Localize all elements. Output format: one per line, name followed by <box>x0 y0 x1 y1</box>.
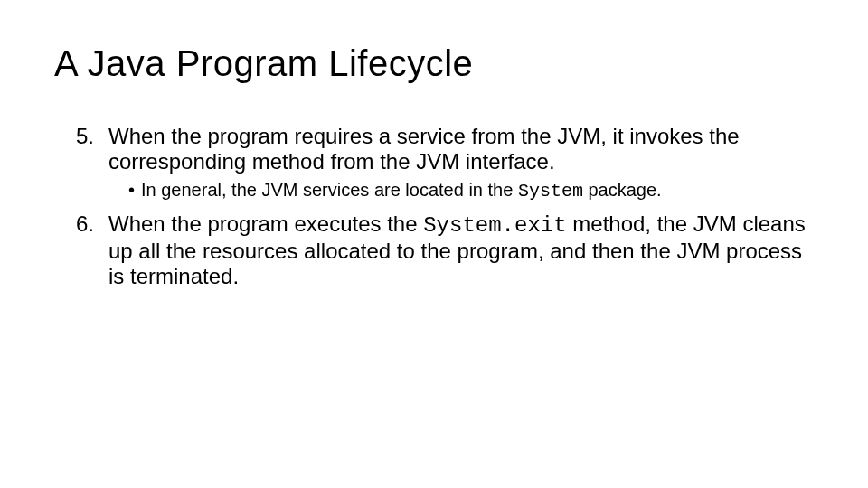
sub-list: In general, the JVM services are located… <box>108 179 814 202</box>
slide: A Java Program Lifecycle 5. When the pro… <box>0 0 868 488</box>
slide-title: A Java Program Lifecycle <box>54 43 814 84</box>
code-text: System.exit <box>423 213 566 238</box>
code-text: System <box>518 181 583 202</box>
list-text: When the program requires a service from… <box>108 124 740 174</box>
sub-text-suffix: package. <box>583 180 662 200</box>
list-number: 5. <box>76 124 94 149</box>
sub-text-prefix: In general, the JVM services are located… <box>141 180 518 200</box>
list-number: 6. <box>76 211 94 237</box>
content-list: 5. When the program requires a service f… <box>54 124 814 290</box>
sub-list-item: In general, the JVM services are located… <box>128 179 814 202</box>
list-item: 5. When the program requires a service f… <box>76 124 814 202</box>
list-text-before: When the program executes the <box>108 211 423 236</box>
list-item: 6. When the program executes the System.… <box>76 211 814 290</box>
